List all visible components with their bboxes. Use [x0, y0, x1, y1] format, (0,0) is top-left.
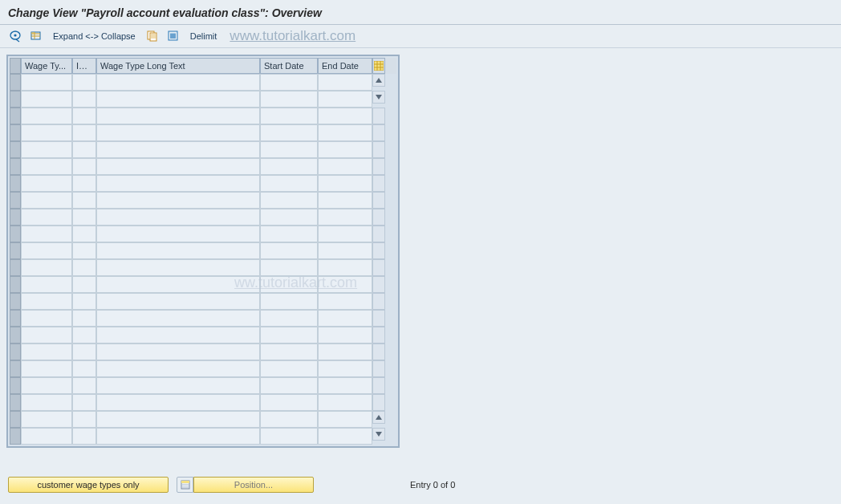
table-cell[interactable]	[96, 377, 260, 394]
table-cell[interactable]	[260, 91, 318, 108]
row-selector[interactable]	[10, 91, 21, 108]
table-cell[interactable]	[72, 259, 96, 276]
table-cell[interactable]	[96, 108, 260, 124]
table-cell[interactable]	[260, 226, 318, 242]
table-cell[interactable]	[260, 175, 318, 192]
table-cell[interactable]	[96, 141, 260, 158]
row-selector[interactable]	[10, 327, 21, 343]
table-cell[interactable]	[260, 377, 318, 394]
col-start-date[interactable]: Start Date	[260, 58, 318, 74]
position-button[interactable]: Position...	[193, 477, 314, 493]
table-cell[interactable]	[21, 394, 72, 411]
table-cell[interactable]	[96, 209, 260, 226]
table-cell[interactable]	[21, 242, 72, 259]
table-cell[interactable]	[72, 327, 96, 343]
table-cell[interactable]	[318, 242, 372, 259]
table-cell[interactable]	[72, 226, 96, 242]
table-cell[interactable]	[260, 141, 318, 158]
table-cell[interactable]	[21, 327, 72, 343]
table-cell[interactable]	[96, 394, 260, 411]
row-selector[interactable]	[10, 259, 21, 276]
table-cell[interactable]	[72, 124, 96, 141]
table-cell[interactable]	[21, 377, 72, 394]
row-selector[interactable]	[10, 276, 21, 293]
table-cell[interactable]	[96, 276, 260, 293]
table-cell[interactable]	[96, 192, 260, 209]
table-cell[interactable]	[260, 242, 318, 259]
table-cell[interactable]	[260, 360, 318, 377]
table-cell[interactable]	[318, 259, 372, 276]
table-cell[interactable]	[260, 293, 318, 310]
table-cell[interactable]	[260, 428, 318, 445]
table-cell[interactable]	[318, 141, 372, 158]
scroll-up2-icon[interactable]	[372, 411, 385, 424]
table-cell[interactable]	[318, 124, 372, 141]
table-cell[interactable]	[318, 293, 372, 310]
col-wage-type[interactable]: Wage Ty...	[21, 58, 72, 74]
table-cell[interactable]	[21, 310, 72, 327]
table-cell[interactable]	[72, 428, 96, 445]
table-cell[interactable]	[21, 259, 72, 276]
table-cell[interactable]	[72, 394, 96, 411]
table-cell[interactable]	[260, 310, 318, 327]
table-cell[interactable]	[21, 428, 72, 445]
table-cell[interactable]	[72, 276, 96, 293]
table-cell[interactable]	[318, 91, 372, 108]
row-selector[interactable]	[10, 343, 21, 360]
row-selector[interactable]	[10, 209, 21, 226]
select-block-icon[interactable]	[27, 28, 45, 44]
table-cell[interactable]	[260, 124, 318, 141]
table-cell[interactable]	[318, 226, 372, 242]
table-cell[interactable]	[96, 411, 260, 428]
row-selector[interactable]	[10, 108, 21, 124]
table-cell[interactable]	[21, 175, 72, 192]
table-cell[interactable]	[260, 276, 318, 293]
table-cell[interactable]	[96, 310, 260, 327]
table-cell[interactable]	[21, 293, 72, 310]
table-cell[interactable]	[72, 343, 96, 360]
table-cell[interactable]	[96, 293, 260, 310]
table-cell[interactable]	[318, 276, 372, 293]
table-cell[interactable]	[21, 141, 72, 158]
table-cell[interactable]	[21, 192, 72, 209]
table-cell[interactable]	[72, 91, 96, 108]
col-wage-type-long-text[interactable]: Wage Type Long Text	[96, 58, 260, 74]
row-selector[interactable]	[10, 74, 21, 91]
col-inf[interactable]: Inf...	[72, 58, 96, 74]
table-cell[interactable]	[318, 360, 372, 377]
table-cell[interactable]	[260, 411, 318, 428]
row-selector[interactable]	[10, 293, 21, 310]
table-cell[interactable]	[96, 124, 260, 141]
detail-icon[interactable]	[6, 28, 24, 44]
table-cell[interactable]	[260, 158, 318, 175]
table-cell[interactable]	[96, 360, 260, 377]
table-cell[interactable]	[72, 158, 96, 175]
table-cell[interactable]	[260, 394, 318, 411]
table-cell[interactable]	[318, 108, 372, 124]
table-cell[interactable]	[318, 327, 372, 343]
table-cell[interactable]	[21, 158, 72, 175]
table-cell[interactable]	[96, 175, 260, 192]
table-cell[interactable]	[72, 192, 96, 209]
expand-collapse-button[interactable]: Expand <-> Collapse	[48, 31, 140, 41]
table-cell[interactable]	[318, 428, 372, 445]
table-cell[interactable]	[318, 411, 372, 428]
delimit-button[interactable]: Delimit	[185, 31, 222, 41]
table-cell[interactable]	[318, 74, 372, 91]
table-cell[interactable]	[96, 259, 260, 276]
row-selector[interactable]	[10, 242, 21, 259]
table-cell[interactable]	[21, 411, 72, 428]
table-cell[interactable]	[260, 343, 318, 360]
table-cell[interactable]	[72, 293, 96, 310]
row-selector[interactable]	[10, 141, 21, 158]
table-cell[interactable]	[21, 343, 72, 360]
table-cell[interactable]	[318, 158, 372, 175]
table-cell[interactable]	[96, 428, 260, 445]
row-selector[interactable]	[10, 175, 21, 192]
table-cell[interactable]	[260, 74, 318, 91]
table-cell[interactable]	[318, 377, 372, 394]
table-cell[interactable]	[260, 209, 318, 226]
table-cell[interactable]	[21, 124, 72, 141]
table-cell[interactable]	[318, 343, 372, 360]
table-cell[interactable]	[318, 394, 372, 411]
